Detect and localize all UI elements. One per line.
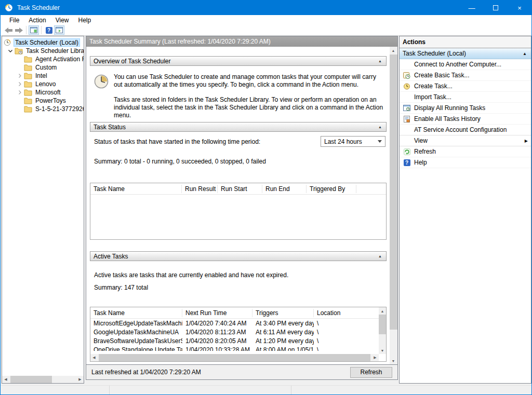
table-cell: \: [314, 320, 379, 327]
summary-vertical-scrollbar[interactable]: ▲ ▼: [390, 47, 397, 364]
table-row[interactable]: OneDrive Standalone Update Task-...1/04/…: [90, 345, 379, 351]
period-label: Status of tasks that have started in the…: [90, 138, 260, 145]
scroll-up-icon[interactable]: ▲: [390, 47, 397, 54]
refresh-icon: [403, 148, 411, 155]
task-status-section-header[interactable]: Task Status ▲: [90, 122, 387, 132]
tree-item-microsoft[interactable]: Microsoft: [2, 88, 84, 97]
summary-header: Task Scheduler Summary (Last refreshed: …: [86, 36, 397, 47]
time-period-dropdown[interactable]: Last 24 hours: [321, 136, 385, 147]
close-button[interactable]: ×: [508, 1, 531, 15]
action-refresh[interactable]: Refresh: [400, 146, 531, 157]
action-create-task[interactable]: Create Task...: [400, 81, 531, 92]
minimize-button[interactable]: —: [460, 1, 484, 15]
scrollbar-thumb[interactable]: [99, 354, 370, 361]
column-header[interactable]: Next Run Time: [182, 309, 252, 317]
action-at-service-account-configuration[interactable]: AT Service Account Configuration: [400, 125, 531, 135]
tree-item-task-scheduler-library[interactable]: Task Scheduler Library: [2, 47, 84, 55]
scroll-left-icon[interactable]: ◀: [90, 354, 98, 361]
tree-item-label: S-1-5-21-3772926790-: [34, 105, 84, 113]
action-connect-to-another-computer[interactable]: Connect to Another Computer...: [400, 59, 531, 70]
refresh-button[interactable]: Refresh: [350, 367, 392, 378]
actions-group-header[interactable]: Task Scheduler (Local) ▲: [400, 48, 531, 59]
toolbar: ?: [1, 25, 531, 36]
table-cell: \: [314, 346, 379, 351]
show-action-pane-button[interactable]: [54, 25, 64, 35]
tree-horizontal-scrollbar[interactable]: ◀ ▶: [2, 376, 84, 383]
column-header[interactable]: Task Name: [90, 309, 182, 317]
scroll-right-icon[interactable]: ▶: [371, 354, 379, 361]
scrollbar-thumb[interactable]: [10, 376, 52, 383]
clock-icon: [3, 39, 11, 46]
table-cell: At 8:00 AM on 1/05/199...: [252, 346, 314, 351]
scroll-down-icon[interactable]: ▼: [390, 357, 397, 364]
forward-button[interactable]: [14, 25, 24, 35]
column-header[interactable]: Location: [314, 309, 379, 317]
overview-paragraph-1: You can use Task Scheduler to create and…: [114, 73, 383, 89]
column-header[interactable]: Run Start: [218, 185, 262, 193]
action-display-all-running-tasks[interactable]: Display All Running Tasks: [400, 103, 531, 114]
scroll-down-icon[interactable]: ▼: [379, 347, 386, 354]
action-import-task[interactable]: Import Task...: [400, 92, 531, 103]
tree-item-lenovo[interactable]: Lenovo: [2, 80, 84, 88]
menu-help[interactable]: Help: [74, 15, 96, 25]
chevron-down-icon[interactable]: [6, 50, 15, 52]
table-row[interactable]: MicrosoftEdgeUpdateTaskMachine...1/04/20…: [90, 319, 379, 328]
active-tasks-horizontal-scrollbar[interactable]: ◀ ▶: [90, 354, 379, 361]
clock-app-icon: [5, 4, 13, 12]
column-header[interactable]: Triggers: [252, 309, 314, 317]
menu-file[interactable]: File: [5, 15, 24, 25]
table-cell: At 1:20 PM every day - A...: [252, 337, 314, 345]
column-header[interactable]: Run End: [262, 185, 307, 193]
tree-item-agent-activation[interactable]: Agent Activation Runt: [2, 55, 84, 63]
scrollbar-thumb[interactable]: [390, 55, 397, 330]
column-header[interactable]: Task Name: [90, 185, 182, 193]
tree-item-task-scheduler-local[interactable]: Task Scheduler (Local): [2, 38, 84, 47]
action-view[interactable]: View ▶: [400, 135, 531, 146]
create-basic-task-icon: [403, 72, 411, 79]
active-tasks-vertical-scrollbar[interactable]: ▲ ▼: [379, 307, 386, 354]
collapse-icon[interactable]: ▲: [523, 51, 527, 56]
overview-paragraph-2: Tasks are stored in folders in the Task …: [114, 96, 383, 119]
column-header[interactable]: Run Result: [182, 185, 218, 193]
task-status-table-header: Task Name Run Result Run Start Run End T…: [90, 183, 386, 195]
maximize-button[interactable]: [484, 1, 508, 15]
active-tasks-section-header[interactable]: Active Tasks ▲: [90, 251, 387, 261]
collapse-icon[interactable]: ▲: [378, 59, 382, 63]
window-title: Task Scheduler: [17, 4, 60, 11]
show-console-tree-button[interactable]: [29, 25, 39, 35]
tree-item-powertoys[interactable]: PowerToys: [2, 97, 84, 105]
scroll-right-icon[interactable]: ▶: [76, 376, 84, 383]
scroll-up-icon[interactable]: ▲: [379, 307, 386, 315]
folder-icon: [24, 89, 32, 96]
summary-footer: Last refreshed at 1/04/2020 7:29:20 AM R…: [86, 364, 397, 379]
action-enable-all-tasks-history[interactable]: Enable All Tasks History: [400, 114, 531, 125]
chevron-right-icon[interactable]: [16, 90, 24, 94]
tree-item-sid-folder[interactable]: S-1-5-21-3772926790-: [2, 105, 84, 113]
menu-action[interactable]: Action: [24, 15, 50, 25]
table-row[interactable]: GoogleUpdateTaskMachineUA1/04/2020 8:11:…: [90, 328, 379, 336]
column-header[interactable]: Triggered By: [307, 185, 356, 193]
table-cell: At 3:40 PM every day - A...: [252, 320, 314, 327]
action-help[interactable]: ? Help: [400, 157, 531, 168]
collapse-icon[interactable]: ▲: [378, 254, 382, 258]
scroll-left-icon[interactable]: ◀: [2, 376, 9, 383]
task-status-table: Task Name Run Result Run Start Run End T…: [90, 183, 387, 240]
tree-item-custom[interactable]: Custom: [2, 63, 84, 72]
maximize-icon: [493, 5, 498, 10]
table-row[interactable]: BraveSoftwareUpdateTaskUserS-1-...1/04/2…: [90, 336, 379, 345]
action-create-basic-task[interactable]: Create Basic Task...: [400, 70, 531, 81]
task-status-body: Status of tasks that have started in the…: [90, 132, 387, 251]
chevron-right-icon[interactable]: [16, 74, 24, 78]
task-scheduler-window: Task Scheduler — × File Action View Help…: [0, 0, 532, 395]
chevron-right-icon[interactable]: [16, 82, 24, 86]
create-task-icon: [403, 83, 411, 90]
overview-section-header[interactable]: Overview of Task Scheduler ▲: [90, 56, 387, 66]
help-button[interactable]: ?: [44, 25, 54, 35]
back-button[interactable]: [3, 25, 14, 35]
task-status-empty-area: [90, 195, 386, 239]
tree-item-intel[interactable]: Intel: [2, 72, 84, 80]
collapse-icon[interactable]: ▲: [378, 125, 382, 129]
scrollbar-thumb[interactable]: [379, 315, 386, 334]
menu-view[interactable]: View: [51, 15, 74, 25]
tree-item-label: Agent Activation Runt: [34, 56, 84, 63]
